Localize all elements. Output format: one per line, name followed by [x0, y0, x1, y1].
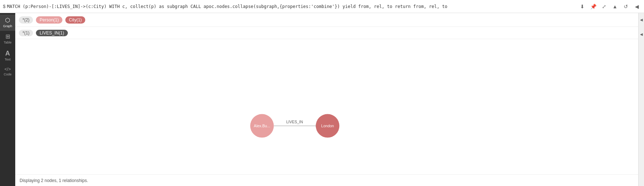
right-collapse-bottom-button[interactable]: ◀	[639, 30, 644, 38]
scroll-up-button[interactable]: ▲	[611, 2, 619, 11]
node-tags-row: *(2) Person(1) City(1)	[15, 13, 638, 27]
graph-node-alex-label: Alex.Bu...	[254, 124, 270, 128]
lives-in-tag[interactable]: LIVES_IN(1)	[36, 30, 67, 36]
main-area: ⬡ Graph ⊞ Table A Text </> Code *(2) Per…	[0, 13, 644, 186]
status-text: Displaying 2 nodes, 1 relationships.	[20, 178, 88, 183]
sidebar-item-code[interactable]: </> Code	[0, 64, 15, 79]
sidebar: ⬡ Graph ⊞ Table A Text </> Code	[0, 13, 15, 186]
sidebar-code-label: Code	[4, 73, 12, 76]
sidebar-item-graph[interactable]: ⬡ Graph	[0, 15, 15, 31]
table-icon: ⊞	[5, 34, 10, 40]
sidebar-table-label: Table	[4, 41, 12, 44]
refresh-button[interactable]: ↺	[622, 2, 630, 11]
code-icon: </>	[4, 67, 11, 71]
graph-node-london-label: London	[321, 124, 334, 128]
graph-icon: ⬡	[5, 17, 10, 23]
text-icon: A	[5, 50, 10, 57]
right-collapse-top-button[interactable]: ◀	[639, 16, 644, 23]
star-node-tag[interactable]: *(2)	[19, 16, 33, 24]
sidebar-item-text[interactable]: A Text	[0, 47, 15, 64]
query-prefix: $	[3, 4, 5, 9]
sidebar-text-label: Text	[5, 58, 11, 61]
collapse-right-button[interactable]: ◀	[632, 2, 641, 11]
expand-button[interactable]: ⤢	[600, 2, 608, 11]
star-rel-tag[interactable]: *(1)	[19, 30, 33, 36]
sidebar-item-table[interactable]: ⊞ Table	[0, 31, 15, 47]
person-tag[interactable]: Person(1)	[36, 16, 62, 24]
city-tag[interactable]: City(1)	[65, 16, 85, 24]
status-bar: Displaying 2 nodes, 1 relationships.	[15, 174, 638, 186]
query-actions: ⬇ 📌 ⤢ ▲ ↺ ◀	[578, 2, 641, 11]
graph-svg: LIVES_IN Alex.Bu... London	[15, 39, 638, 174]
sidebar-graph-label: Graph	[3, 24, 12, 28]
results-panel: *(2) Person(1) City(1) *(1) LIVES_IN(1) …	[15, 13, 638, 186]
query-bar: $ MATCH (p:Person)-[:LIVES_IN]->(c:City)…	[0, 0, 644, 13]
graph-edge-label: LIVES_IN	[286, 120, 303, 124]
query-text: MATCH (p:Person)-[:LIVES_IN]->(c:City) W…	[7, 4, 578, 9]
download-button[interactable]: ⬇	[578, 2, 587, 11]
pin-button[interactable]: 📌	[589, 2, 598, 11]
graph-canvas[interactable]: LIVES_IN Alex.Bu... London	[15, 39, 638, 174]
rel-tags-row: *(1) LIVES_IN(1)	[15, 27, 638, 39]
right-tab: ◀ ◀	[638, 13, 644, 186]
